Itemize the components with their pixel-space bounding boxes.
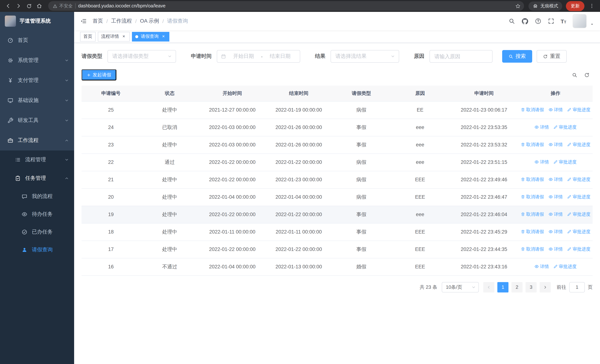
- page-size-select[interactable]: 10条/页: [442, 282, 479, 292]
- sidebar-item-label: 基础设施: [18, 97, 38, 104]
- header-search-button[interactable]: [508, 18, 515, 24]
- create-leave-button[interactable]: 发起请假: [82, 69, 116, 80]
- close-icon[interactable]: ×: [121, 34, 126, 39]
- detail-link[interactable]: 详情: [534, 124, 549, 131]
- chevron-down-icon: [168, 54, 172, 59]
- font-size-icon[interactable]: TT: [561, 18, 566, 24]
- sidebar-item-my-process[interactable]: 我的流程: [0, 187, 74, 205]
- tag-leave-query[interactable]: 请假查询 ×: [132, 32, 169, 41]
- sidebar-item-home[interactable]: 首页: [0, 30, 74, 50]
- help-button[interactable]: [534, 18, 541, 24]
- fullscreen-button[interactable]: [548, 18, 554, 24]
- sidebar-item-leave-query[interactable]: 请假查询: [0, 241, 74, 259]
- approval-progress-link[interactable]: 审批进度: [567, 107, 591, 113]
- table-row: 24 已取消 2022-01-03 00:00:00 2022-01-26 00…: [82, 119, 593, 136]
- cancel-leave-link[interactable]: 取消请假: [521, 211, 544, 218]
- sidebar-item-infrastructure[interactable]: 基础设施: [0, 90, 74, 111]
- sidebar-collapse-button[interactable]: [80, 18, 87, 24]
- browser-reload-button[interactable]: [24, 1, 34, 11]
- browser-back-button[interactable]: [3, 1, 13, 11]
- detail-link[interactable]: 详情: [548, 177, 563, 183]
- detail-link[interactable]: 详情: [548, 107, 563, 113]
- next-page-button[interactable]: [540, 282, 551, 292]
- approval-progress-link[interactable]: 审批进度: [553, 159, 577, 165]
- page-button-2[interactable]: 2: [511, 282, 523, 292]
- question-icon: [534, 18, 541, 24]
- sidebar-item-done-tasks[interactable]: 已办任务: [0, 223, 74, 241]
- date-range-picker[interactable]: 开始日期 - 结束日期: [217, 50, 300, 63]
- sidebar-item-process-management[interactable]: 流程管理: [0, 150, 74, 169]
- end-date-field[interactable]: 结束日期: [264, 53, 296, 60]
- bookmark-star-button[interactable]: [513, 1, 523, 11]
- detail-link[interactable]: 详情: [534, 159, 549, 165]
- site-security-chip[interactable]: 不安全: [53, 3, 73, 9]
- leave-type-label: 请假类型: [82, 53, 102, 60]
- approval-progress-link[interactable]: 审批进度: [567, 211, 591, 218]
- breadcrumb-item-home[interactable]: 首页: [93, 18, 103, 24]
- close-icon[interactable]: ×: [161, 34, 166, 39]
- browser-menu-button[interactable]: [587, 1, 597, 11]
- goto-page-input[interactable]: [569, 282, 585, 292]
- toggle-search-button[interactable]: [572, 72, 577, 78]
- approval-progress-link[interactable]: 审批进度: [553, 124, 577, 131]
- cell-actions: 取消请假 详情 审批进度: [518, 223, 593, 241]
- address-bar[interactable]: 不安全 dashboard.yudao.iocoder.cn/bpm/oa/le…: [48, 1, 524, 11]
- approval-progress-link[interactable]: 审批进度: [567, 142, 591, 148]
- sidebar-item-payment[interactable]: 支付管理: [0, 70, 74, 90]
- cell-actions: 详情 审批进度: [518, 119, 593, 136]
- detail-link[interactable]: 详情: [548, 142, 563, 148]
- prev-page-button[interactable]: [483, 282, 494, 292]
- sidebar-item-workflow[interactable]: 工作流程: [0, 131, 74, 150]
- user-menu-caret[interactable]: [590, 22, 594, 26]
- sidebar-item-system[interactable]: 系统管理: [0, 50, 74, 70]
- leave-type-select[interactable]: 请选择请假类型: [107, 50, 176, 63]
- sidebar-item-label: 工作流程: [18, 137, 38, 144]
- tag-process-detail[interactable]: 流程详情 ×: [98, 32, 130, 41]
- sidebar-logo[interactable]: 芋道管理系统: [0, 12, 74, 30]
- cancel-leave-link[interactable]: 取消请假: [521, 194, 544, 200]
- browser-home-button[interactable]: [34, 1, 45, 11]
- browser-forward-button[interactable]: [13, 1, 24, 11]
- sidebar-item-label: 待办任务: [32, 211, 53, 218]
- cell-status: 处理中: [140, 241, 199, 258]
- page-button-3[interactable]: 3: [525, 282, 537, 292]
- github-link[interactable]: [521, 18, 528, 25]
- approval-progress-link[interactable]: 审批进度: [567, 177, 591, 183]
- cancel-leave-link[interactable]: 取消请假: [521, 229, 544, 235]
- approval-progress-link[interactable]: 审批进度: [567, 194, 591, 200]
- reason-input[interactable]: [430, 50, 493, 63]
- refresh-table-button[interactable]: [584, 72, 590, 78]
- cell-apply-time: 2022-01-23 00:06:17: [450, 101, 518, 119]
- chevron-down-icon: [65, 158, 69, 162]
- approval-progress-link[interactable]: 审批进度: [567, 229, 591, 235]
- cell-start-time: 2021-12-27 00:00:00: [199, 101, 265, 119]
- page-button-1[interactable]: 1: [497, 282, 508, 292]
- detail-link[interactable]: 详情: [548, 194, 563, 200]
- breadcrumb-item-oa-example[interactable]: OA 示例: [140, 18, 159, 24]
- detail-link[interactable]: 详情: [548, 229, 563, 235]
- sidebar-item-task-management[interactable]: 任务管理: [0, 169, 74, 187]
- result-select[interactable]: 请选择流结果: [331, 50, 399, 63]
- search-button[interactable]: 搜索: [502, 50, 532, 63]
- start-date-field[interactable]: 开始日期: [227, 53, 259, 60]
- approval-progress-link[interactable]: 审批进度: [567, 246, 591, 252]
- detail-link[interactable]: 详情: [534, 263, 549, 270]
- tag-home[interactable]: 首页: [80, 32, 96, 41]
- reset-button[interactable]: 重置: [537, 50, 567, 63]
- cancel-leave-link[interactable]: 取消请假: [521, 142, 544, 148]
- browser-update-button[interactable]: 更新: [566, 1, 584, 11]
- search-icon: [572, 72, 577, 78]
- sidebar-item-todo-tasks[interactable]: 待办任务: [0, 205, 74, 223]
- detail-link[interactable]: 详情: [548, 211, 563, 218]
- breadcrumb-item-workflow[interactable]: 工作流程: [111, 18, 132, 24]
- edit-icon: [553, 125, 558, 130]
- cancel-leave-link[interactable]: 取消请假: [521, 177, 544, 183]
- cancel-leave-link[interactable]: 取消请假: [521, 246, 544, 252]
- user-avatar[interactable]: [572, 14, 587, 28]
- sidebar-item-label: 系统管理: [18, 57, 38, 64]
- cancel-leave-link[interactable]: 取消请假: [521, 107, 544, 113]
- hamburger-icon: [80, 18, 87, 24]
- approval-progress-link[interactable]: 审批进度: [553, 263, 577, 270]
- detail-link[interactable]: 详情: [548, 246, 563, 252]
- sidebar-item-devtools[interactable]: 研发工具: [0, 111, 74, 131]
